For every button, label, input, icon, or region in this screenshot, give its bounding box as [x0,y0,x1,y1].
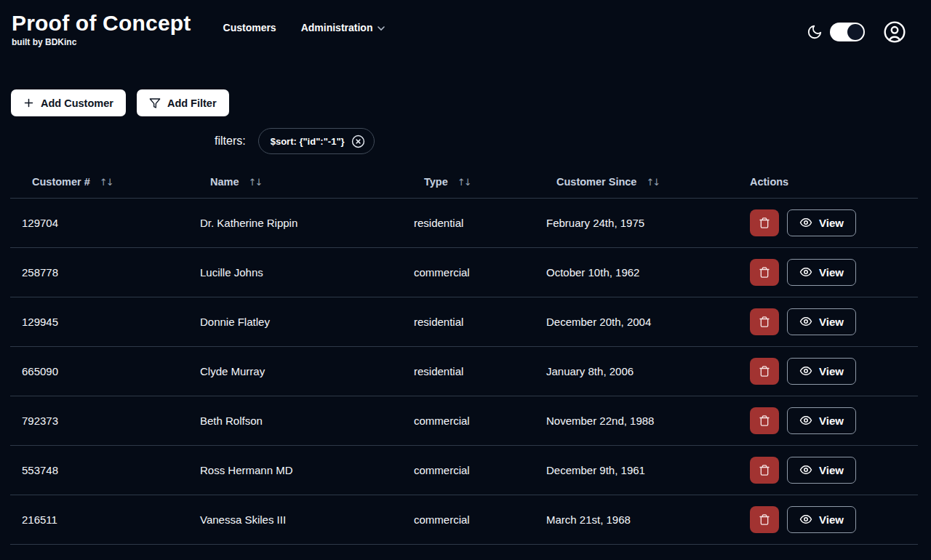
delete-button[interactable] [750,457,779,484]
delete-button[interactable] [750,209,779,236]
view-button[interactable]: View [787,358,856,385]
sort-icon: ↑↓ [249,177,262,188]
app-title: Proof of Concept [12,10,191,36]
add-customer-button[interactable]: Add Customer [11,89,126,116]
cell-customer-number: 129704 [10,198,188,247]
cell-customer-number: 216511 [10,495,188,544]
cell-type: residential [402,297,535,346]
add-filter-label: Add Filter [167,97,217,109]
toolbar: Add Customer Add Filter [11,89,931,116]
cell-customer-number: 665090 [10,346,188,396]
cell-type: residential [402,198,535,247]
customer-table-body: 129704 Dr. Katherine Rippin residential … [10,198,918,544]
delete-button[interactable] [750,308,779,335]
cell-customer-number: 258778 [10,247,188,297]
column-header-customer-since[interactable]: Customer Since↑↓ [535,166,738,198]
brand: Proof of Concept built by BDKinc [12,10,191,47]
cell-actions: View [738,297,918,346]
table-row: 216511 Vanessa Skiles III commercial Mar… [10,495,918,544]
view-button-label: View [819,266,844,279]
view-button[interactable]: View [787,407,856,434]
view-button[interactable]: View [787,308,856,335]
table-row: 553748 Ross Hermann MD commercial Decemb… [10,445,918,495]
eye-icon [799,265,812,279]
delete-button[interactable] [750,358,779,385]
cell-actions: View [738,346,918,396]
delete-button[interactable] [750,259,779,286]
cell-customer-since: January 8th, 2006 [535,346,738,396]
column-label: Customer Since [556,176,636,188]
cell-type: commercial [402,445,535,495]
view-button[interactable]: View [787,259,856,286]
cell-customer-since: March 21st, 1968 [535,495,738,544]
view-button[interactable]: View [787,209,856,236]
user-profile-button[interactable] [883,20,906,44]
column-header-customer-number[interactable]: Customer #↑↓ [10,166,188,198]
sort-icon: ↑↓ [100,177,113,188]
add-filter-button[interactable]: Add Filter [137,89,229,116]
table-row: 129945 Donnie Flatley residential Decemb… [10,297,918,346]
theme-toggle[interactable] [830,23,865,41]
column-label: Name [210,176,239,188]
cell-customer-since: November 22nd, 1988 [535,396,738,445]
add-customer-label: Add Customer [41,97,113,109]
sort-icon: ↑↓ [457,177,471,188]
customers-table: Customer #↑↓ Name↑↓ Type↑↓ Customer Sinc… [10,166,921,545]
eye-icon [799,414,812,427]
view-button-label: View [819,365,844,377]
eye-icon [799,216,812,229]
column-header-actions: Actions [738,166,918,198]
toggle-knob [847,24,863,40]
trash-icon [759,464,770,476]
plus-icon [23,97,34,108]
cell-actions: View [738,396,918,445]
cell-customer-number: 553748 [10,445,188,495]
view-button[interactable]: View [787,506,856,533]
view-button-label: View [819,464,844,476]
cell-type: commercial [402,247,535,297]
cell-customer-since: December 9th, 1961 [535,445,738,495]
cell-customer-since: December 20th, 2004 [535,297,738,346]
cell-customer-number: 129945 [10,297,188,346]
cell-type: commercial [402,495,535,544]
table-row: 258778 Lucille Johns commercial October … [10,247,918,297]
cell-customer-since: February 24th, 1975 [535,198,738,247]
cell-actions: View [738,198,918,247]
cell-name: Vanessa Skiles III [188,495,402,544]
user-circle-icon [883,20,906,44]
filter-funnel-icon [149,97,161,109]
table-header-row: Customer #↑↓ Name↑↓ Type↑↓ Customer Sinc… [10,166,918,198]
table-row: 129704 Dr. Katherine Rippin residential … [10,198,918,247]
delete-button[interactable] [750,407,779,434]
circle-x-icon [351,135,365,148]
nav-administration-label: Administration [301,22,373,33]
trash-icon [759,316,770,328]
cell-name: Clyde Murray [188,346,402,396]
eye-icon [799,364,812,377]
trash-icon [759,266,770,279]
sort-icon: ↑↓ [646,177,659,188]
trash-icon [759,513,770,526]
app-subtitle: built by BDKinc [12,37,191,47]
filter-chip-text: $sort: {"id":"-1"} [271,136,345,147]
view-button[interactable]: View [787,457,856,484]
filters-row: filters: $sort: {"id":"-1"} [215,128,931,154]
column-header-name[interactable]: Name↑↓ [188,166,402,198]
view-button-label: View [819,415,844,427]
table-row: 665090 Clyde Murray residential January … [10,346,918,396]
cell-name: Lucille Johns [188,247,402,297]
cell-actions: View [738,247,918,297]
trash-icon [759,217,770,229]
view-button-label: View [819,513,844,526]
eye-icon [799,463,812,476]
column-header-type[interactable]: Type↑↓ [402,166,535,198]
remove-filter-button[interactable] [351,135,365,148]
trash-icon [759,365,770,377]
eye-icon [799,513,812,526]
nav-item-customers[interactable]: Customers [223,22,276,33]
delete-button[interactable] [750,506,779,533]
cell-actions: View [738,445,918,495]
chevron-down-icon [377,26,385,31]
cell-type: residential [402,346,535,396]
nav-item-administration[interactable]: Administration [301,22,385,33]
